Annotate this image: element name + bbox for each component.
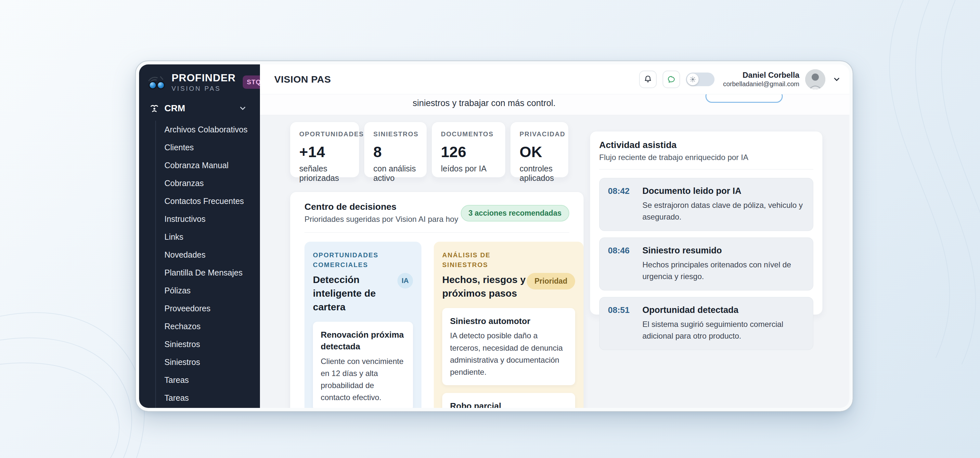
stat-value: +14 (299, 143, 350, 161)
recommended-actions-badge: 3 acciones recomendadas (461, 205, 569, 222)
sidebar-section-crm[interactable]: CRM (139, 99, 260, 118)
sidebar-item-archivos-colaborativos[interactable]: Archivos Colaborativos (164, 121, 260, 139)
hero-text: siniestros y trabajar con más control. (413, 98, 556, 109)
app-window: PROFINDER VISION PAS STQ ‹ CRM (136, 61, 853, 411)
claim-item[interactable]: Robo parcial Resumen automortor generado… (442, 393, 575, 408)
brand-header: PROFINDER VISION PAS STQ ‹ (139, 72, 260, 92)
opportunities-kicker: OPORTUNIDADES COMERCIALES (313, 250, 391, 270)
sidebar-section-label: CRM (164, 103, 233, 113)
decision-center-header: Centro de decisiones Prioridades sugerid… (304, 202, 569, 224)
priority-badge: Prioridad (527, 273, 575, 289)
claim-item-title: Robo parcial (450, 400, 567, 408)
sidebar-item-clientes[interactable]: Clientes (164, 139, 260, 156)
notifications-button[interactable] (639, 70, 657, 88)
sidebar-item-contactos-frecuentes[interactable]: Contactos Frecuentes (164, 192, 260, 210)
sidebar-menu: Archivos Colaborativos Clientes Cobranza… (155, 121, 260, 411)
activity-item-title: Oportunidad detectada (643, 305, 805, 315)
header-controls: Daniel Corbella corbelladaniel@gmail.com (639, 69, 841, 89)
sun-icon (689, 76, 696, 83)
activity-item-desc: El sistema sugirió seguimiento comercial… (643, 318, 805, 342)
profinder-logo-icon (148, 75, 166, 90)
sidebar-item-vencimientos[interactable]: Vencimientos (164, 407, 260, 411)
chat-bubble-icon (667, 75, 676, 84)
stat-sublabel: señales priorizadas (299, 164, 350, 183)
divider (599, 169, 813, 169)
stat-value: 8 (373, 143, 418, 161)
stat-label: DOCUMENTOS (441, 131, 496, 138)
user-email: corbelladaniel@gmail.com (723, 80, 799, 88)
stat-card-oportunidades[interactable]: OPORTUNIDADES +14 señales priorizadas (290, 122, 360, 178)
avatar[interactable] (805, 69, 825, 89)
sidebar-item-novedades[interactable]: Novedades (164, 246, 260, 264)
sidebar-item-rechazos[interactable]: Rechazos (164, 318, 260, 335)
stat-sublabel: leídos por IA (441, 164, 496, 173)
stat-sublabel: con análisis activo (373, 164, 418, 183)
opportunities-column: OPORTUNIDADES COMERCIALES Detección inte… (304, 242, 422, 408)
sidebar-item-tareas-2[interactable]: Tareas (164, 389, 260, 407)
top-header: VISION PAS (260, 64, 850, 94)
sidebar-item-siniestros-2[interactable]: Siniestros (164, 353, 260, 371)
divider (304, 232, 569, 233)
claims-header: Hechos, riesgos y próximos pasos Priorid… (442, 273, 575, 300)
bell-icon (643, 75, 652, 84)
hero-strip: siniestros y trabajar con más control. (260, 94, 850, 115)
activity-time: 08:42 (608, 186, 633, 223)
crm-person-icon (150, 104, 159, 113)
stat-card-documentos[interactable]: DOCUMENTOS 126 leídos por IA (431, 122, 506, 178)
activity-time: 08:51 (608, 305, 633, 342)
user-info[interactable]: Daniel Corbella corbelladaniel@gmail.com (723, 70, 799, 88)
brand-text: PROFINDER VISION PAS (172, 72, 235, 92)
stat-label: PRIVACIDAD (520, 131, 559, 138)
sidebar-item-instructivos[interactable]: Instructivos (164, 210, 260, 228)
decision-center-title: Centro de decisiones (304, 202, 458, 212)
activity-item[interactable]: 08:51 Oportunidad detectada El sistema s… (599, 297, 813, 350)
brand-subtitle: VISION PAS (172, 85, 235, 92)
opportunity-item-desc: Cliente con vencimiente en 12 días y alt… (321, 355, 405, 404)
content-left-column: OPORTUNIDADES +14 señales priorizadas SI… (290, 122, 584, 408)
brand-name: PROFINDER (172, 72, 235, 84)
stat-sublabel: controles aplicados (520, 164, 559, 183)
stat-card-privacidad[interactable]: PRIVACIDAD OK controles aplicados (510, 122, 569, 178)
sidebar-item-links[interactable]: Links (164, 228, 260, 246)
decision-center-card: Centro de decisiones Prioridades sugerid… (290, 191, 584, 408)
main-area: VISION PAS (260, 64, 850, 408)
decision-center-subtitle: Prioridades sugeridas por Vision AI para… (304, 215, 458, 224)
sidebar-item-cobranzas[interactable]: Cobranzas (164, 174, 260, 192)
user-name: Daniel Corbella (723, 70, 799, 80)
activity-subtitle: Flujo reciente de trabajo enriquecido po… (599, 153, 813, 162)
theme-toggle[interactable] (686, 73, 714, 86)
stat-value: 126 (441, 143, 496, 161)
claims-kicker: ANÁLISIS DE SINIESTROS (442, 250, 520, 270)
assisted-activity-card: Actividad asistida Flujo reciente de tra… (590, 131, 823, 315)
stat-card-siniestros[interactable]: SINIESTROS 8 con análisis activo (364, 122, 427, 178)
activity-item[interactable]: 08:42 Documento leido por IA Se estrajor… (599, 178, 813, 231)
activity-item-desc: Se estrajoron datas clave de póliza, veh… (643, 199, 805, 223)
claim-item-title: Siniestro automotor (450, 315, 567, 327)
activity-time: 08:46 (608, 246, 633, 282)
opportunities-title: Detección inteligente de cartera (313, 273, 398, 314)
sidebar-item-plantilla-de-mensajes[interactable]: Plantilla De Mensajes (164, 264, 260, 282)
sidebar-item-proveedores[interactable]: Proveedores (164, 300, 260, 318)
stat-label: SINIESTROS (373, 131, 418, 138)
stat-label: OPORTUNIDADES (299, 131, 350, 138)
activity-item-desc: Hechos principales oritenados con nível … (643, 259, 805, 282)
sidebar-item-siniestros-1[interactable]: Siniestros (164, 335, 260, 353)
ia-badge: IA (398, 273, 413, 289)
sidebar-item-polizas[interactable]: Pólizas (164, 282, 260, 300)
content-area: OPORTUNIDADES +14 señales priorizadas SI… (260, 115, 850, 408)
claims-analysis-column: ANÁLISIS DE SINIESTROS Hechos, riesgos y… (434, 242, 584, 408)
sidebar-item-cobranza-manual[interactable]: Cobranza Manual (164, 156, 260, 174)
user-menu-chevron-icon[interactable] (832, 75, 841, 84)
decision-columns: OPORTUNIDADES COMERCIALES Detección inte… (304, 242, 569, 408)
claim-item-desc: IA detecto posible daño a terceros, nece… (450, 330, 567, 378)
chat-button[interactable] (663, 70, 680, 88)
activity-item-title: Siniestro resumido (643, 246, 805, 256)
chevron-down-icon[interactable] (239, 104, 247, 113)
stats-row: OPORTUNIDADES +14 señales priorizadas SI… (290, 122, 584, 178)
activity-item[interactable]: 08:46 Siniestro resumido Hechos principa… (599, 238, 813, 290)
claim-item[interactable]: Siniestro automotor IA detecto posible d… (442, 308, 575, 385)
toggle-knob (687, 73, 698, 85)
page-title: VISION PAS (274, 74, 639, 85)
sidebar-item-tareas-1[interactable]: Tareas (164, 371, 260, 389)
opportunity-item[interactable]: Renovación próxima detectada Cliente con… (313, 322, 413, 408)
